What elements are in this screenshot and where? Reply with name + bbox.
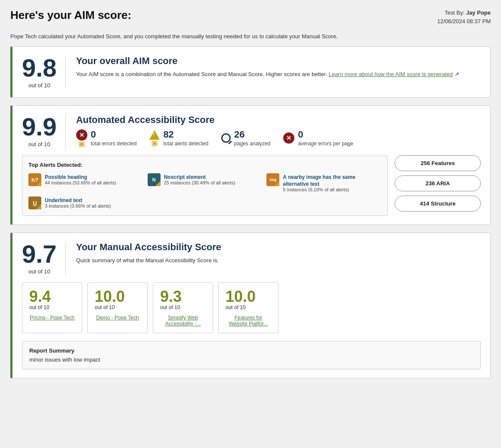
error-icon-wrap: ✕ ≡ [76,129,87,147]
overall-aim-out-of: out of 10 [28,82,50,89]
automated-score-title: Automated Accessibility Score [76,114,481,126]
stat-avg-errors-number: 0 [298,129,353,140]
automated-score-header: 9.9 out of 10 Automated Accessibility Sc… [22,114,481,147]
page-header: Here's your AIM score: Test By: Jay Pope… [10,9,491,25]
sub-out-of-1: out of 10 [95,304,140,310]
alert-title-heading: Possible heading [45,174,87,180]
automated-score-number: 9.9 [22,114,57,139]
test-by-name: Jay Pope [466,9,491,16]
overall-aim-big-score: 9.8 out of 10 [22,55,66,89]
alert-text-heading: Possible heading 44 instances (53.66% of… [45,173,116,185]
alerts-box: Top Alerts Detected: h? Possible heading… [22,155,388,216]
manual-score-number: 9.7 [22,242,57,267]
stat-pages-text: 26 pages analyzed [234,129,270,147]
sub-link-0[interactable]: Pricing - Pope Tech [29,315,75,321]
report-summary: Report Summary minor issues with low imp… [22,341,481,369]
learn-more-link[interactable]: Learn more about how the AIM score is ge… [329,71,453,77]
stat-pages: 26 pages analyzed [221,129,270,147]
alert-detail-img: 5 instances (6.10% of all alerts) [283,187,381,192]
sub-score-2: 9.3 [160,289,206,304]
overall-aim-number: 9.8 [22,55,57,80]
alerts-section: Top Alerts Detected: h? Possible heading… [22,155,481,216]
manual-score-description: Quick summary of what the Manual Accessi… [76,256,481,265]
overall-aim-info: Your overall AIM score Your AIM score is… [76,55,481,79]
alert-item-2: img A nearby image has the same alternat… [266,173,381,192]
alert-triangle-icon: ! [149,130,160,140]
manual-score-out-of: out of 10 [28,268,50,275]
alert-text-noscript: Noscript element 25 instances (30.49% of… [164,173,235,185]
stat-alerts-text: 82 total alerts detected [163,129,208,147]
sub-card-0: 9.4 out of 10 Pricing - Pope Tech [22,282,82,333]
features-col: 256 Features 236 ARIA 414 Structure [395,155,481,216]
sub-score-0: 9.4 [29,289,75,304]
alert-detail-heading: 44 instances (53.66% of all alerts) [45,180,116,185]
test-by-label: Test By: [445,9,464,16]
page-title: Here's your AIM score: [10,9,131,22]
sub-link-2[interactable]: Simplify Web Accessibility -... [160,315,206,327]
stat-avg-errors-label: average errors per page [298,140,353,147]
overall-aim-score-header: 9.8 out of 10 Your overall AIM score You… [22,55,481,89]
alert-icon-wrap: ! ≡ [149,130,160,146]
sub-score-1: 10.0 [95,289,140,304]
manual-score-info: Your Manual Accessibility Score Quick su… [76,242,481,265]
sub-link-1[interactable]: Demo - Pope Tech [95,315,140,321]
test-by-block: Test By: Jay Pope 12/06/2024 08:37 PM [437,9,491,25]
test-date: 12/06/2024 08:37 PM [437,18,491,25]
manual-score-card: 9.7 out of 10 Your Manual Accessibility … [10,233,491,378]
alert-item-3: U Underlined text 3 instances (3.66% of … [28,196,143,209]
top-alerts-heading: Top Alerts Detected: [28,162,381,168]
search-icon [221,133,231,143]
stat-pages-number: 26 [234,129,270,140]
alert-title-img: A nearby image has the same alternative … [283,174,355,187]
sub-card-2: 9.3 out of 10 Simplify Web Accessibility… [153,282,213,333]
features-button[interactable]: 256 Features [395,155,481,171]
stat-alerts: ! ≡ 82 total alerts detected [149,129,208,147]
stat-errors-label: total errors detected [91,140,137,147]
alert-icon-underline: U [28,196,41,209]
stat-alerts-label: total alerts detected [163,140,208,147]
report-summary-text: minor issues with low impact [29,356,473,363]
error-circle-icon: ✕ [76,129,87,141]
automated-score-info: Automated Accessibility Score ✕ ≡ 0 tota… [76,114,481,147]
automated-score-out-of: out of 10 [28,141,50,147]
alert-text-underline: Underlined text 3 instances (3.66% of al… [45,196,111,209]
aria-button[interactable]: 236 ARIA [395,175,481,191]
alert-text-img: A nearby image has the same alternative … [283,173,381,192]
search-icon-wrap [221,133,231,143]
manual-big-score: 9.7 out of 10 [22,242,66,275]
sub-card-3: 10.0 out of 10 Features for Website Plat… [218,282,278,333]
alert-title-noscript: Noscript element [164,174,206,180]
overall-aim-title: Your overall AIM score [76,55,481,67]
alert-item-1: N Noscript element 25 instances (30.49% … [148,173,263,192]
manual-score-header: 9.7 out of 10 Your Manual Accessibility … [22,242,481,275]
manual-score-title: Your Manual Accessibility Score [76,242,481,253]
stat-errors: ✕ ≡ 0 total errors detected [76,129,137,147]
sub-out-of-3: out of 10 [226,304,271,310]
overall-aim-card: 9.8 out of 10 Your overall AIM score You… [10,46,491,98]
avg-error-circle-icon: ✕ [283,132,294,144]
automated-score-card: 9.9 out of 10 Automated Accessibility Sc… [10,105,491,225]
alert-detail-underline: 3 instances (3.66% of all alerts) [45,203,111,209]
structure-button[interactable]: 414 Structure [395,196,481,212]
sub-link-3[interactable]: Features for Website Platfor... [226,315,271,327]
sub-card-1: 10.0 out of 10 Demo - Pope Tech [87,282,148,333]
stat-pages-label: pages analyzed [234,140,270,147]
stat-avg-errors-text: 0 average errors per page [298,129,353,147]
stat-alerts-number: 82 [163,129,208,140]
warn-corner-icon [36,181,41,186]
stat-avg-errors: ✕ 0 average errors per page [283,129,353,147]
alert-detail-noscript: 25 instances (30.49% of all alerts) [164,180,235,185]
alert-title-underline: Underlined text [45,197,82,203]
report-summary-heading: Report Summary [29,347,473,354]
alert-items: h? Possible heading 44 instances (53.66%… [28,173,381,209]
stat-errors-number: 0 [91,129,137,140]
warn-corner-icon-2 [155,181,161,186]
sub-score-3: 10.0 [226,289,271,304]
error-badge-icon: ≡ [79,141,85,147]
sub-out-of-2: out of 10 [160,304,206,310]
alert-icon-heading: h? [28,173,41,186]
alert-badge-icon: ≡ [152,141,158,146]
alert-item-0: h? Possible heading 44 instances (53.66%… [28,173,143,192]
automated-stats-row: ✕ ≡ 0 total errors detected ! ≡ [76,129,481,147]
alert-icon-noscript: N [148,173,161,186]
